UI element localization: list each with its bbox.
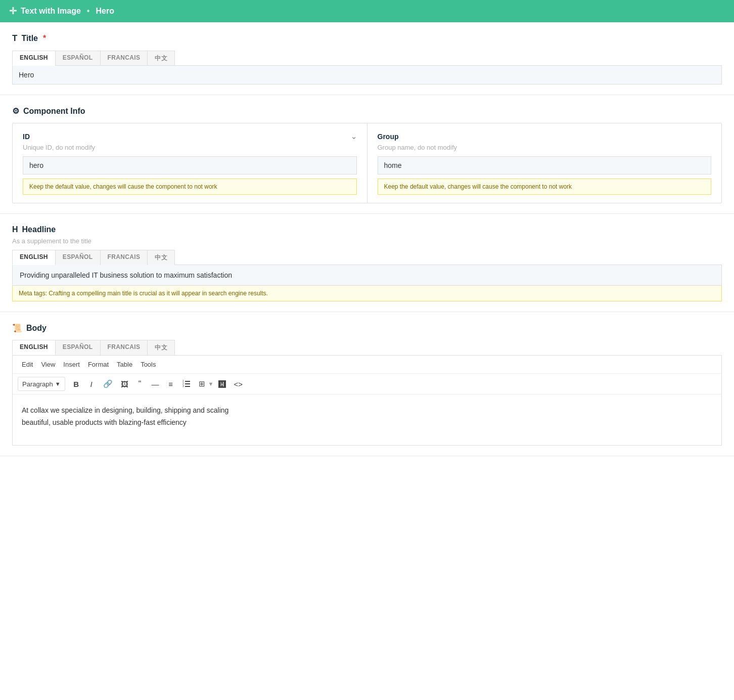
tab-headline-francais[interactable]: FRANCAIS [101, 250, 148, 265]
component-info-section: ⚙ Component Info ID ⌄ Unique ID, do not … [0, 95, 734, 214]
body-icon: 📜 [12, 323, 22, 333]
ordered-list-button[interactable]: 123 [179, 377, 194, 391]
id-description: Unique ID, do not modify [23, 144, 357, 151]
group-warning: Keep the default value, changes will cau… [378, 179, 712, 195]
body-content-line1: At collax we specialize in designing, bu… [22, 406, 228, 414]
quote-button[interactable]: “ [133, 377, 147, 391]
paragraph-chevron-icon: ▼ [55, 381, 61, 387]
hr-button[interactable]: — [148, 377, 163, 391]
title-section-heading: T Title * [12, 33, 722, 43]
id-label-text: ID [23, 133, 30, 141]
top-bar: ✛ Text with Image • Hero [0, 0, 734, 22]
headline-label: Headline [22, 225, 56, 234]
table-button[interactable]: ⊞ [195, 377, 209, 391]
tab-body-francais[interactable]: FRANCAIS [101, 340, 148, 355]
id-column: ID ⌄ Unique ID, do not modify Keep the d… [13, 123, 368, 203]
menu-table[interactable]: Table [113, 359, 136, 370]
id-input[interactable] [23, 156, 357, 174]
tab-title-espanol[interactable]: ESPAÑOL [56, 51, 101, 66]
tab-title-english[interactable]: ENGLISH [12, 51, 56, 66]
tab-headline-chinese[interactable]: 中文 [148, 250, 175, 265]
separator: • [87, 7, 90, 16]
tab-body-chinese[interactable]: 中文 [148, 340, 175, 355]
component-info-heading: ⚙ Component Info [12, 106, 722, 116]
code-button[interactable]: <> [231, 377, 247, 391]
tab-title-chinese[interactable]: 中文 [148, 51, 175, 66]
menu-insert[interactable]: Insert [59, 359, 84, 370]
headline-lang-tabs: ENGLISH ESPAÑOL FRANCAIS 中文 [12, 250, 722, 265]
editor-toolbar: Paragraph ▼ B I 🔗 🖼 “ — ≡ 123 ⊞ ▼ 🆆 <> [13, 374, 721, 395]
menu-view[interactable]: View [37, 359, 59, 370]
gear-icon: ⚙ [12, 106, 19, 116]
bookmark-button[interactable]: 🆆 [215, 377, 230, 391]
body-label: Body [26, 324, 47, 333]
top-bar-title: Text with Image [21, 7, 81, 16]
headline-input[interactable]: Providing unparalleled IT business solut… [12, 265, 722, 286]
headline-icon: H [12, 225, 18, 234]
headline-heading: H Headline [12, 225, 722, 234]
editor-content[interactable]: At collax we specialize in designing, bu… [13, 395, 721, 445]
body-heading: 📜 Body [12, 323, 722, 333]
group-input[interactable] [378, 156, 712, 174]
bold-button[interactable]: B [69, 377, 83, 391]
required-star: * [43, 34, 46, 43]
move-icon: ✛ [9, 6, 17, 17]
group-column: Group Group name, do not modify Keep the… [368, 123, 722, 203]
id-chevron-icon: ⌄ [351, 133, 357, 141]
paragraph-select[interactable]: Paragraph ▼ [18, 377, 65, 391]
body-editor: Edit View Insert Format Table Tools Para… [12, 355, 722, 446]
svg-text:3: 3 [182, 384, 184, 387]
headline-meta-warning: Meta tags: Crafting a compelling main ti… [12, 286, 722, 301]
title-section: T Title * ENGLISH ESPAÑOL FRANCAIS 中文 [0, 22, 734, 95]
title-label: Title [21, 34, 38, 43]
menu-format[interactable]: Format [84, 359, 113, 370]
body-content-line2: beautiful, usable products with blazing-… [22, 418, 187, 426]
svg-rect-2 [185, 386, 190, 387]
component-info-grid: ID ⌄ Unique ID, do not modify Keep the d… [12, 123, 722, 203]
title-input[interactable] [12, 65, 722, 84]
group-col-label: Group [378, 133, 712, 141]
tab-title-francais[interactable]: FRANCAIS [101, 51, 148, 66]
body-section: 📜 Body ENGLISH ESPAÑOL FRANCAIS 中文 Edit … [0, 312, 734, 456]
link-button[interactable]: 🔗 [100, 377, 116, 391]
headline-section: H Headline As a supplement to the title … [0, 214, 734, 312]
group-description: Group name, do not modify [378, 144, 712, 151]
paragraph-label: Paragraph [22, 380, 53, 388]
title-lang-tabs: ENGLISH ESPAÑOL FRANCAIS 中文 [12, 51, 722, 66]
body-lang-tabs: ENGLISH ESPAÑOL FRANCAIS 中文 [12, 340, 722, 355]
tab-body-espanol[interactable]: ESPAÑOL [56, 340, 101, 355]
id-warning: Keep the default value, changes will cau… [23, 179, 357, 195]
svg-rect-0 [185, 381, 190, 382]
menu-tools[interactable]: Tools [136, 359, 160, 370]
id-col-label: ID ⌄ [23, 133, 357, 141]
group-label-text: Group [378, 133, 399, 141]
tab-body-english[interactable]: ENGLISH [12, 340, 56, 355]
component-info-label: Component Info [23, 107, 85, 116]
table-dropdown-arrow[interactable]: ▼ [208, 381, 214, 387]
unordered-list-button[interactable]: ≡ [164, 377, 178, 391]
image-button[interactable]: 🖼 [117, 377, 132, 391]
menu-edit[interactable]: Edit [18, 359, 37, 370]
editor-menubar: Edit View Insert Format Table Tools [13, 356, 721, 374]
top-bar-subtitle: Hero [96, 7, 114, 16]
svg-rect-1 [185, 383, 190, 384]
headline-description: As a supplement to the title [12, 237, 722, 245]
title-icon: T [12, 33, 17, 43]
tab-headline-espanol[interactable]: ESPAÑOL [56, 250, 101, 265]
tab-headline-english[interactable]: ENGLISH [12, 250, 56, 265]
italic-button[interactable]: I [84, 377, 99, 391]
